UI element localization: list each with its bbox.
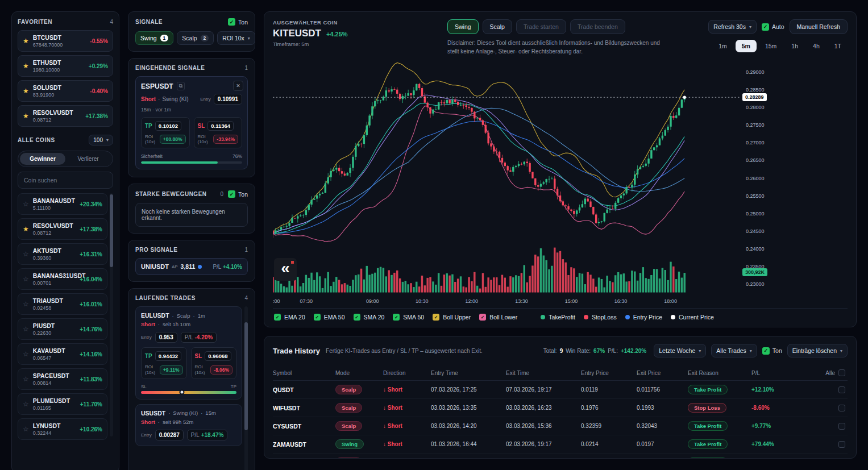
- star-icon[interactable]: ☆: [23, 401, 29, 407]
- coin-list-item[interactable]: ☆ KAVAUSDT 0.06547 +14.16%: [18, 343, 107, 365]
- scrollbar[interactable]: [244, 306, 248, 470]
- favorite-item[interactable]: ★ BTCUSDT 67848.70000 -0.55%: [18, 30, 113, 52]
- legend-item[interactable]: ✓EMA 20: [274, 314, 305, 321]
- timeframe-15m[interactable]: 15m: [759, 40, 783, 52]
- star-icon[interactable]: ★: [23, 38, 29, 44]
- coin-list-item[interactable]: ☆ TRIAUSDT 0.02458 +16.01%: [18, 293, 107, 315]
- table-row[interactable]: WIFUSDT Scalp ↓ Short 03.03.2026, 13:35 …: [273, 399, 848, 417]
- table-row[interactable]: SIRENUSDT Scalp ↑ Long 01.03.2026, 20:05…: [273, 454, 848, 459]
- coin-list-item[interactable]: ☆ PLUMEUSDT 0.01165 +11.70%: [18, 393, 107, 415]
- chevron-down-icon: ▾: [750, 348, 752, 353]
- sound-toggle[interactable]: ✓ Ton: [228, 18, 248, 26]
- signal-direction: Short: [141, 96, 156, 102]
- legend-item[interactable]: ✓SMA 50: [393, 314, 424, 321]
- close-icon[interactable]: ✕: [233, 81, 243, 91]
- period-filter-select[interactable]: Letzte Woche ▾: [654, 344, 706, 357]
- select-all-checkbox[interactable]: [838, 369, 845, 376]
- row-checkbox[interactable]: [838, 423, 845, 430]
- row-checkbox[interactable]: [838, 405, 845, 411]
- selected-coin-label: AUSGEWÄHLTER COIN: [273, 19, 435, 26]
- coin-price: 0.08712: [33, 230, 76, 236]
- exit-reason-badge: Take Profit: [688, 439, 728, 449]
- scrollbar-thumb[interactable]: [110, 194, 113, 267]
- sl-value: 0.11364: [207, 121, 234, 131]
- tp-value: 0.94432: [155, 351, 181, 361]
- star-icon[interactable]: ★: [23, 226, 29, 232]
- star-icon[interactable]: ★: [23, 63, 29, 69]
- legend-item[interactable]: ✓EMA 50: [314, 314, 345, 321]
- row-checkbox[interactable]: [838, 441, 845, 448]
- cell-symbol: ZAMAUSDT: [273, 441, 335, 448]
- cell-exit-price: 0.0197: [637, 441, 688, 447]
- scrollbar-thumb[interactable]: [244, 322, 248, 430]
- favorite-item[interactable]: ★ ETHUSDT 1980.10000 +0.29%: [18, 55, 113, 77]
- candlestick-chart[interactable]: «: [273, 60, 741, 294]
- table-row[interactable]: QUSDT Scalp ↓ Short 07.03.2026, 17:25 07…: [273, 381, 848, 399]
- delete-entries-button[interactable]: Einträge löschen ▾: [787, 344, 848, 357]
- sound-toggle[interactable]: ✓ Ton: [228, 190, 248, 198]
- table-row[interactable]: CYSUSDT Scalp ↓ Short 03.03.2026, 14:20 …: [273, 417, 848, 435]
- scalp-mode-button[interactable]: Scalp: [483, 19, 512, 34]
- legend-item[interactable]: ✓Boll Upper: [433, 314, 471, 321]
- timeframe-1h[interactable]: 1h: [785, 40, 804, 52]
- star-icon[interactable]: ☆: [23, 251, 29, 257]
- tab-verlierer[interactable]: Verlierer: [65, 153, 111, 165]
- price-axis: 0.28289 300,92K 0.290000.285000.280000.2…: [741, 60, 776, 294]
- end-trade-button[interactable]: Trade beenden: [570, 19, 625, 34]
- manual-refresh-button[interactable]: Manuell Refresh: [790, 19, 848, 34]
- coin-list-item[interactable]: ☆ BANANAS31USDT 0.00701 +16.04%: [18, 268, 107, 290]
- timeframe-1T[interactable]: 1T: [828, 40, 848, 52]
- start-trade-button[interactable]: Trade starten: [516, 19, 566, 34]
- star-icon[interactable]: ☆: [23, 426, 29, 432]
- timeframe-1m[interactable]: 1m: [712, 40, 733, 52]
- timeframe-5m[interactable]: 5m: [736, 40, 757, 52]
- tab-gewinner[interactable]: Gewinner: [20, 153, 65, 165]
- roi-select[interactable]: ROI 10x ▾: [217, 31, 255, 45]
- swing-mode-button[interactable]: Swing: [447, 19, 479, 34]
- coin-list-item[interactable]: ☆ BANANAUSDT 5.11100 +20.34%: [18, 193, 107, 215]
- trade-pl-value: P/L -4.20%: [181, 332, 217, 343]
- auto-refresh-toggle[interactable]: ✓ Auto: [762, 23, 784, 31]
- copy-icon[interactable]: ⧉: [177, 82, 185, 90]
- strong-moves-title: STARKE BEWEGUNGEN: [135, 191, 207, 197]
- star-icon[interactable]: ☆: [23, 376, 29, 382]
- trades-filter-select[interactable]: Alle Trades ▾: [711, 344, 757, 357]
- coin-list-item[interactable]: ☆ SPACEUSDT 0.00814 +11.83%: [18, 368, 107, 390]
- legend-item[interactable]: ✓Boll Lower: [479, 314, 517, 321]
- coin-list-item[interactable]: ☆ AKTUSDT 0.39360 +16.31%: [18, 243, 107, 265]
- search-input[interactable]: [18, 172, 113, 189]
- pro-pl: P/L +4.10%: [213, 264, 242, 270]
- sound-toggle[interactable]: ✓ Ton: [762, 347, 782, 355]
- favorite-item[interactable]: ★ RESOLVUSDT 0.08712 +17.38%: [18, 105, 113, 127]
- chevron-down-icon: ▾: [699, 348, 701, 353]
- scrollbar[interactable]: [110, 193, 113, 436]
- running-trade-card[interactable]: USUSDT ·Swing (KI) ·15m Short ·seit 99h …: [135, 404, 242, 446]
- checkbox-icon: ✓: [228, 190, 235, 198]
- pro-signal-card[interactable]: UNIUSDT AP 3,811 P/L +4.10%: [135, 258, 248, 275]
- price-tick: 0.28500: [746, 87, 765, 93]
- coin-limit-select[interactable]: 100 ▾: [89, 135, 113, 145]
- swing-filter-button[interactable]: Swing 1: [135, 31, 173, 45]
- coin-list-item[interactable]: ★ RESOLVUSDT 0.08712 +17.38%: [18, 218, 107, 240]
- running-trade-card[interactable]: EULUSDT ·Scalp ·1m Short ·seit 1h 10m En…: [135, 306, 242, 399]
- coin-symbol: PLUMEUSDT: [33, 397, 76, 404]
- legend-item[interactable]: ✓SMA 20: [354, 314, 385, 321]
- star-icon[interactable]: ☆: [23, 276, 29, 282]
- timeframe-4h[interactable]: 4h: [807, 40, 826, 52]
- coin-price: 0.01165: [33, 405, 76, 411]
- star-icon[interactable]: ★: [23, 88, 29, 94]
- star-icon[interactable]: ☆: [23, 301, 29, 307]
- coin-list-item[interactable]: ☆ PIUSDT 0.22630 +14.76%: [18, 318, 107, 340]
- pro-signals-title: PRO SIGNALE: [135, 247, 177, 253]
- favorite-item[interactable]: ★ SOLUSDT 83.91900 -0.40%: [18, 80, 113, 102]
- star-icon[interactable]: ☆: [23, 351, 29, 357]
- refresh-interval-select[interactable]: Refresh 30s ▾: [708, 20, 757, 34]
- star-icon[interactable]: ★: [23, 113, 29, 119]
- row-checkbox[interactable]: [838, 386, 845, 393]
- table-row[interactable]: ZAMAUSDT Swing ↓ Short 01.03.2026, 16:44…: [273, 435, 848, 454]
- coin-list-item[interactable]: ☆ LYNUSDT 0.32244 +10.26%: [18, 418, 107, 440]
- scalp-filter-button[interactable]: Scalp 2: [177, 31, 214, 45]
- signal-card[interactable]: ESPUSDT ⧉ ✕ Short · Swing (KI) Entry 0.1…: [135, 76, 248, 169]
- star-icon[interactable]: ☆: [23, 201, 29, 207]
- star-icon[interactable]: ☆: [23, 326, 29, 332]
